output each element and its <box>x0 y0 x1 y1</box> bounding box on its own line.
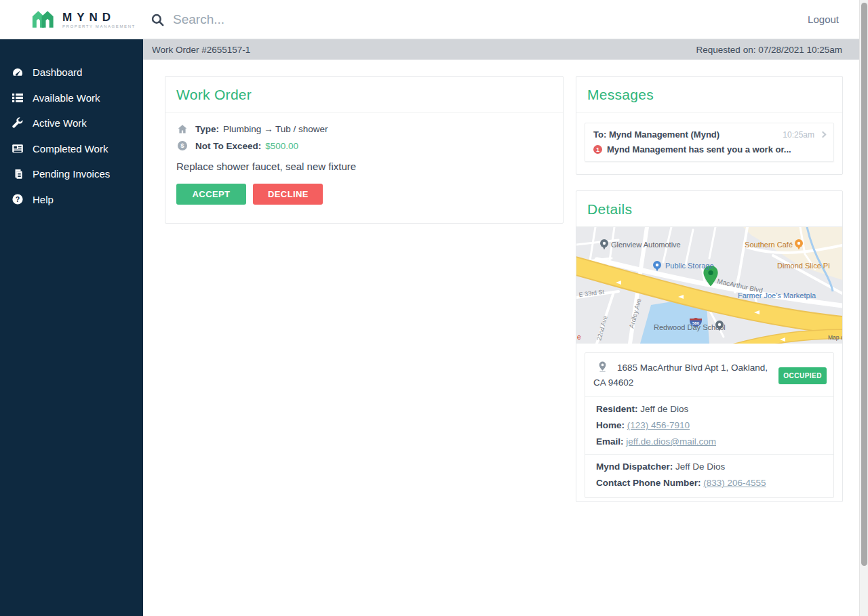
unread-badge: 1 <box>593 145 602 154</box>
svg-text:$: $ <box>180 142 184 149</box>
nte-label: Not To Exceed: <box>195 141 261 151</box>
vertical-scrollbar[interactable] <box>859 0 868 616</box>
message-to-label: To: <box>593 129 606 140</box>
work-order-card: Work Order Type: Plumbing → Tub / shower… <box>165 76 564 224</box>
newspaper-icon <box>11 142 24 155</box>
list-icon <box>11 91 24 104</box>
sidebar-item-label: Dashboard <box>33 66 82 78</box>
message-recipient: Mynd Management (Mynd) <box>609 129 719 140</box>
map-label-dimond-slice: Dimond Slice Pi <box>777 262 830 270</box>
dashboard-icon <box>11 66 24 79</box>
property-map[interactable]: 580 Glenview Automotive Southern Café Pu… <box>576 227 842 344</box>
work-description: Replace shower faucet, seal new fixture <box>176 161 552 172</box>
map-attribution: Map d <box>828 334 842 341</box>
sidebar-item-label: Available Work <box>33 92 100 104</box>
search-icon <box>151 13 165 27</box>
details-card: Details <box>576 190 843 502</box>
dispatcher-name: Jeff De Dios <box>675 461 725 472</box>
logo-title: MYND <box>62 12 136 23</box>
logo-subtitle: PROPERTY MANAGEMENT <box>62 24 136 28</box>
email-link[interactable]: jeff.de.dios@mail.com <box>626 436 716 447</box>
home-label: Home: <box>596 420 625 430</box>
property-address: 1685 MacArthur Blvd Apt 1, Oakland, CA 9… <box>593 363 768 388</box>
home-icon <box>176 124 188 134</box>
map-label-public-storage: Public Storage <box>665 262 714 270</box>
type-row: Type: Plumbing → Tub / shower <box>176 124 552 134</box>
messages-card: Messages To: Mynd Management (Mynd) 10:2… <box>576 76 843 175</box>
nte-row: $ Not To Exceed: $500.00 <box>176 140 552 151</box>
sidebar-item-label: Active Work <box>33 117 87 129</box>
search-input[interactable] <box>173 12 458 27</box>
resident-label: Resident: <box>596 404 638 414</box>
workorder-bar: Work Order #2655157-1 Requested on: 07/2… <box>143 39 859 60</box>
svg-text:?: ? <box>16 195 20 203</box>
sidebar-item-completed-work[interactable]: Completed Work <box>0 136 143 162</box>
resident-name: Jeff de Dios <box>640 404 688 414</box>
map-label-redwood: Redwood Day School <box>654 323 726 331</box>
occupied-badge: OCCUPIED <box>778 367 827 384</box>
details-title: Details <box>587 201 831 218</box>
sidebar-item-available-work[interactable]: Available Work <box>0 85 143 111</box>
dispatcher-label: Mynd Dispatcher: <box>596 461 673 472</box>
sidebar-item-dashboard[interactable]: Dashboard <box>0 60 143 85</box>
app-window: MYND PROPERTY MANAGEMENT Logout Dashboar… <box>0 0 868 616</box>
map-label-red-partial: e <box>577 333 581 341</box>
dollar-icon: $ <box>176 140 188 151</box>
mynd-logo[interactable]: MYND PROPERTY MANAGEMENT <box>31 9 136 31</box>
location-pin-icon <box>597 361 608 376</box>
work-order-title: Work Order <box>176 87 552 103</box>
sidebar-item-label: Pending Invoices <box>33 168 110 180</box>
sidebar-nav: Dashboard Available Work Active Work Com… <box>0 39 143 616</box>
scrollbar-thumb[interactable] <box>861 3 867 566</box>
sidebar-item-label: Completed Work <box>33 143 108 155</box>
contact-phone-link[interactable]: (833) 206-4555 <box>703 478 766 488</box>
sidebar-item-label: Help <box>33 194 54 205</box>
map-label-glenview: Glenview Automotive <box>611 241 681 249</box>
dispatcher-section: Mynd Dispatcher: Jeff De Dios Contact Ph… <box>585 454 833 497</box>
search-bar <box>151 0 458 39</box>
email-label: Email: <box>596 436 624 447</box>
property-info-box: 1685 MacArthur Blvd Apt 1, Oakland, CA 9… <box>585 352 834 498</box>
message-list-item[interactable]: To: Mynd Management (Mynd) 10:25am 1 Myn… <box>585 123 834 162</box>
logout-button[interactable]: Logout <box>808 0 839 39</box>
type-value: Plumbing → Tub / shower <box>223 124 328 134</box>
help-icon: ? <box>11 193 24 205</box>
resident-section: Resident: Jeff de Dios Home: (123) 456-7… <box>585 396 833 454</box>
requested-on: Requested on: 07/28/2021 10:25am <box>696 45 842 55</box>
workorder-number: Work Order #2655157-1 <box>152 45 250 55</box>
accept-button[interactable]: ACCEPT <box>176 184 246 205</box>
decline-button[interactable]: DECLINE <box>253 184 323 205</box>
address-section: 1685 MacArthur Blvd Apt 1, Oakland, CA 9… <box>585 353 833 396</box>
wrench-icon <box>11 117 24 129</box>
map-label-farmer-joes: Farmer Joe's Marketpla <box>738 291 816 300</box>
sidebar-item-active-work[interactable]: Active Work <box>0 110 143 136</box>
mynd-house-icon <box>31 9 54 31</box>
map-label-southern-cafe: Southern Café <box>745 241 793 249</box>
message-preview: Mynd Management has sent you a work or..… <box>607 144 791 155</box>
type-label: Type: <box>195 124 219 134</box>
message-time: 10:25am <box>783 130 814 140</box>
home-phone-link[interactable]: (123) 456-7910 <box>627 420 690 430</box>
nte-value: $500.00 <box>265 141 298 151</box>
messages-title: Messages <box>587 87 831 103</box>
sidebar-item-help[interactable]: ? Help <box>0 187 143 213</box>
chevron-right-icon <box>820 131 827 138</box>
invoices-icon <box>11 168 24 180</box>
contact-label: Contact Phone Number: <box>596 478 701 488</box>
top-header: MYND PROPERTY MANAGEMENT Logout <box>0 0 859 39</box>
sidebar-item-pending-invoices[interactable]: Pending Invoices <box>0 161 143 187</box>
